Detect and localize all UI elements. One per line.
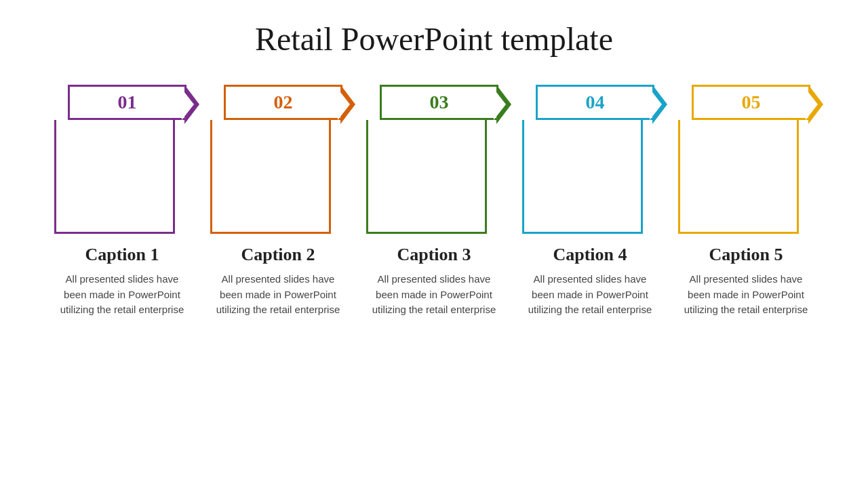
slide: Retail PowerPoint template 01 Caption 1: [0, 0, 868, 488]
caption-text-4: All presented slides have been made in P…: [524, 272, 656, 318]
caption-text-5: All presented slides have been made in P…: [680, 272, 812, 318]
caption-label-1: Caption 1: [85, 245, 159, 265]
item-2: 02 Caption 2 All presented slides have b…: [200, 85, 356, 318]
caption-text-3: All presented slides have been made in P…: [368, 272, 500, 318]
item-3: 03 Caption 3 All presented slides have b…: [356, 85, 512, 318]
slide-title: Retail PowerPoint template: [255, 20, 613, 58]
item-5: 05 ≡ Caption 5 All presented slides have…: [668, 85, 824, 318]
caption-label-2: Caption 2: [241, 245, 315, 265]
items-row: 01 Caption 1 All presented slides have b…: [27, 85, 841, 318]
caption-label-3: Caption 3: [397, 245, 471, 265]
caption-text-1: All presented slides have been made in P…: [56, 272, 189, 318]
item-number-5: 05: [742, 92, 761, 113]
item-number-2: 02: [274, 92, 293, 113]
item-1: 01 Caption 1 All presented slides have b…: [44, 85, 200, 318]
item-number-4: 04: [586, 92, 605, 113]
shape-2: 02: [210, 85, 346, 234]
shape-3: 03: [366, 85, 502, 234]
shape-5: 05 ≡: [678, 85, 814, 234]
item-4: 04 Caption 4 All presented slides have b…: [512, 85, 668, 318]
item-number-1: 01: [118, 92, 137, 113]
caption-text-2: All presented slides have been made in P…: [212, 272, 344, 318]
caption-label-4: Caption 4: [553, 245, 627, 265]
shape-4: 04: [522, 85, 658, 234]
item-number-3: 03: [430, 92, 449, 113]
caption-label-5: Caption 5: [709, 245, 783, 265]
shape-1: 01: [54, 85, 190, 234]
